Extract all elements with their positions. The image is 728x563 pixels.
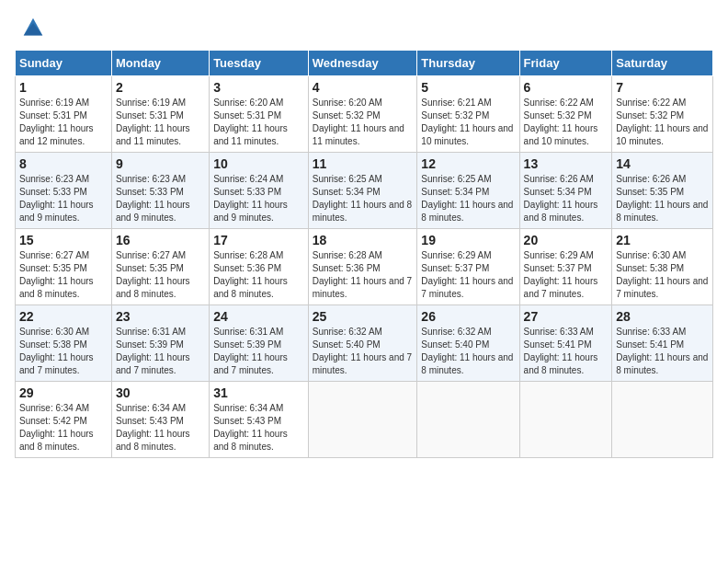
day-cell: 21Sunrise: 6:30 AMSunset: 5:38 PMDayligh…	[612, 229, 713, 305]
day-number: 24	[213, 309, 304, 324]
day-info: Sunrise: 6:27 AMSunset: 5:35 PMDaylight:…	[116, 250, 190, 299]
day-cell: 4Sunrise: 6:20 AMSunset: 5:32 PMDaylight…	[308, 76, 417, 153]
week-row-1: 1Sunrise: 6:19 AMSunset: 5:31 PMDaylight…	[16, 76, 713, 153]
day-number: 2	[116, 80, 205, 95]
day-cell: 28Sunrise: 6:33 AMSunset: 5:41 PMDayligh…	[612, 305, 713, 382]
day-info: Sunrise: 6:34 AMSunset: 5:43 PMDaylight:…	[116, 403, 190, 452]
day-info: Sunrise: 6:28 AMSunset: 5:36 PMDaylight:…	[313, 250, 412, 299]
page-header	[15, 15, 713, 40]
day-cell: 13Sunrise: 6:26 AMSunset: 5:34 PMDayligh…	[519, 153, 612, 229]
day-info: Sunrise: 6:25 AMSunset: 5:34 PMDaylight:…	[313, 174, 412, 223]
day-cell: 18Sunrise: 6:28 AMSunset: 5:36 PMDayligh…	[308, 229, 417, 305]
day-cell: 23Sunrise: 6:31 AMSunset: 5:39 PMDayligh…	[111, 305, 209, 382]
day-info: Sunrise: 6:34 AMSunset: 5:43 PMDaylight:…	[213, 403, 288, 452]
day-cell: 19Sunrise: 6:29 AMSunset: 5:37 PMDayligh…	[417, 229, 519, 305]
day-cell: 30Sunrise: 6:34 AMSunset: 5:43 PMDayligh…	[111, 382, 209, 458]
day-number: 3	[213, 80, 304, 95]
day-info: Sunrise: 6:23 AMSunset: 5:33 PMDaylight:…	[19, 174, 94, 223]
day-cell: 14Sunrise: 6:26 AMSunset: 5:35 PMDayligh…	[612, 153, 713, 229]
day-info: Sunrise: 6:28 AMSunset: 5:36 PMDaylight:…	[213, 250, 288, 299]
day-info: Sunrise: 6:22 AMSunset: 5:32 PMDaylight:…	[524, 98, 598, 146]
header-cell-tuesday: Tuesday	[210, 51, 309, 76]
day-cell: 31Sunrise: 6:34 AMSunset: 5:43 PMDayligh…	[210, 382, 309, 458]
day-info: Sunrise: 6:27 AMSunset: 5:35 PMDaylight:…	[19, 250, 94, 299]
day-number: 4	[313, 80, 414, 95]
day-cell	[308, 382, 417, 458]
day-cell: 5Sunrise: 6:21 AMSunset: 5:32 PMDaylight…	[417, 76, 519, 153]
day-number: 29	[19, 385, 108, 400]
day-number: 30	[116, 385, 205, 400]
day-cell: 8Sunrise: 6:23 AMSunset: 5:33 PMDaylight…	[16, 153, 112, 229]
day-cell: 15Sunrise: 6:27 AMSunset: 5:35 PMDayligh…	[16, 229, 112, 305]
day-info: Sunrise: 6:32 AMSunset: 5:40 PMDaylight:…	[421, 327, 513, 375]
header-cell-wednesday: Wednesday	[308, 51, 417, 76]
day-cell: 25Sunrise: 6:32 AMSunset: 5:40 PMDayligh…	[308, 305, 417, 382]
svg-marker-1	[24, 23, 43, 35]
day-info: Sunrise: 6:29 AMSunset: 5:37 PMDaylight:…	[524, 250, 598, 299]
day-info: Sunrise: 6:26 AMSunset: 5:34 PMDaylight:…	[524, 174, 598, 223]
day-number: 27	[524, 309, 609, 324]
day-number: 26	[421, 309, 515, 324]
day-number: 13	[524, 156, 609, 171]
day-cell: 24Sunrise: 6:31 AMSunset: 5:39 PMDayligh…	[210, 305, 309, 382]
day-info: Sunrise: 6:29 AMSunset: 5:37 PMDaylight:…	[421, 250, 513, 299]
day-info: Sunrise: 6:24 AMSunset: 5:33 PMDaylight:…	[213, 174, 288, 223]
day-number: 8	[19, 156, 108, 171]
day-info: Sunrise: 6:20 AMSunset: 5:32 PMDaylight:…	[313, 98, 404, 146]
day-cell: 2Sunrise: 6:19 AMSunset: 5:31 PMDaylight…	[111, 76, 209, 153]
day-cell: 6Sunrise: 6:22 AMSunset: 5:32 PMDaylight…	[519, 76, 612, 153]
day-info: Sunrise: 6:30 AMSunset: 5:38 PMDaylight:…	[19, 327, 94, 375]
week-row-2: 8Sunrise: 6:23 AMSunset: 5:33 PMDaylight…	[16, 153, 713, 229]
week-row-3: 15Sunrise: 6:27 AMSunset: 5:35 PMDayligh…	[16, 229, 713, 305]
day-number: 25	[313, 309, 414, 324]
week-row-4: 22Sunrise: 6:30 AMSunset: 5:38 PMDayligh…	[16, 305, 713, 382]
logo	[15, 15, 46, 40]
day-number: 31	[213, 385, 304, 400]
day-number: 5	[421, 80, 515, 95]
day-number: 9	[116, 156, 205, 171]
day-cell: 26Sunrise: 6:32 AMSunset: 5:40 PMDayligh…	[417, 305, 519, 382]
day-info: Sunrise: 6:21 AMSunset: 5:32 PMDaylight:…	[421, 98, 513, 146]
day-cell: 27Sunrise: 6:33 AMSunset: 5:41 PMDayligh…	[519, 305, 612, 382]
day-info: Sunrise: 6:26 AMSunset: 5:35 PMDaylight:…	[616, 174, 708, 223]
day-number: 17	[213, 233, 304, 247]
day-cell: 7Sunrise: 6:22 AMSunset: 5:32 PMDaylight…	[612, 76, 713, 153]
day-cell: 16Sunrise: 6:27 AMSunset: 5:35 PMDayligh…	[111, 229, 209, 305]
day-info: Sunrise: 6:20 AMSunset: 5:31 PMDaylight:…	[213, 98, 288, 146]
header-cell-thursday: Thursday	[417, 51, 519, 76]
header-cell-sunday: Sunday	[16, 51, 112, 76]
day-cell: 20Sunrise: 6:29 AMSunset: 5:37 PMDayligh…	[519, 229, 612, 305]
day-number: 28	[616, 309, 709, 324]
day-info: Sunrise: 6:33 AMSunset: 5:41 PMDaylight:…	[616, 327, 708, 375]
day-cell: 11Sunrise: 6:25 AMSunset: 5:34 PMDayligh…	[308, 153, 417, 229]
day-number: 11	[313, 156, 414, 171]
day-number: 19	[421, 233, 515, 247]
header-row: SundayMondayTuesdayWednesdayThursdayFrid…	[16, 51, 713, 76]
calendar-table: SundayMondayTuesdayWednesdayThursdayFrid…	[15, 50, 713, 458]
day-cell: 29Sunrise: 6:34 AMSunset: 5:42 PMDayligh…	[16, 382, 112, 458]
logo-icon	[20, 15, 46, 40]
day-cell: 1Sunrise: 6:19 AMSunset: 5:31 PMDaylight…	[16, 76, 112, 153]
day-number: 7	[616, 80, 709, 95]
day-cell: 12Sunrise: 6:25 AMSunset: 5:34 PMDayligh…	[417, 153, 519, 229]
day-number: 18	[313, 233, 414, 247]
day-info: Sunrise: 6:32 AMSunset: 5:40 PMDaylight:…	[313, 327, 412, 375]
day-number: 12	[421, 156, 515, 171]
day-info: Sunrise: 6:23 AMSunset: 5:33 PMDaylight:…	[116, 174, 190, 223]
day-cell: 3Sunrise: 6:20 AMSunset: 5:31 PMDaylight…	[210, 76, 309, 153]
day-info: Sunrise: 6:19 AMSunset: 5:31 PMDaylight:…	[116, 98, 190, 146]
day-cell: 17Sunrise: 6:28 AMSunset: 5:36 PMDayligh…	[210, 229, 309, 305]
header-cell-friday: Friday	[519, 51, 612, 76]
day-info: Sunrise: 6:31 AMSunset: 5:39 PMDaylight:…	[213, 327, 288, 375]
day-info: Sunrise: 6:19 AMSunset: 5:31 PMDaylight:…	[19, 98, 94, 146]
day-cell	[612, 382, 713, 458]
header-cell-monday: Monday	[111, 51, 209, 76]
day-info: Sunrise: 6:30 AMSunset: 5:38 PMDaylight:…	[616, 250, 708, 299]
day-info: Sunrise: 6:25 AMSunset: 5:34 PMDaylight:…	[421, 174, 513, 223]
day-info: Sunrise: 6:22 AMSunset: 5:32 PMDaylight:…	[616, 98, 708, 146]
day-info: Sunrise: 6:31 AMSunset: 5:39 PMDaylight:…	[116, 327, 190, 375]
day-cell: 22Sunrise: 6:30 AMSunset: 5:38 PMDayligh…	[16, 305, 112, 382]
day-cell: 9Sunrise: 6:23 AMSunset: 5:33 PMDaylight…	[111, 153, 209, 229]
day-cell	[519, 382, 612, 458]
day-number: 16	[116, 233, 205, 247]
